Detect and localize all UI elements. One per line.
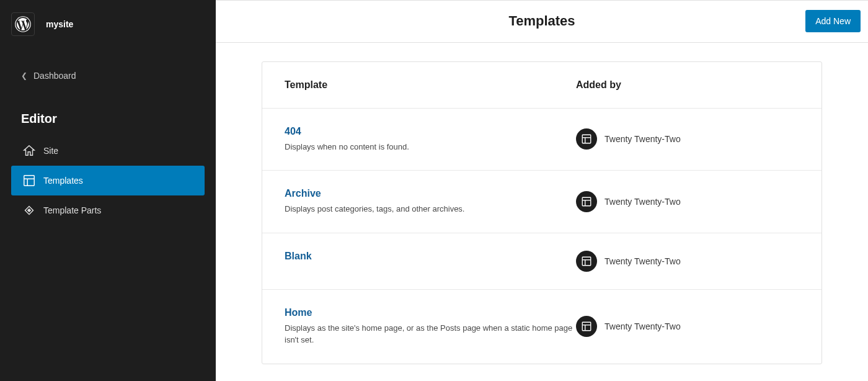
- chevron-left-icon: ❮: [21, 71, 27, 80]
- table-row: Home Displays as the site's home page, o…: [262, 290, 822, 364]
- sidebar-item-label: Templates: [43, 176, 83, 186]
- col-header-template: Template: [285, 79, 576, 91]
- wordpress-logo-icon[interactable]: [11, 12, 35, 36]
- template-description: Displays as the site's home page, or as …: [285, 322, 576, 346]
- table-row: Archive Displays post categories, tags, …: [262, 171, 822, 233]
- theme-name: Twenty Twenty-Two: [604, 197, 681, 207]
- layout-icon: [576, 191, 597, 212]
- svg-rect-16: [582, 322, 591, 331]
- layout-icon: [576, 316, 597, 337]
- sidebar-section-title: Editor: [0, 89, 216, 136]
- layout-icon: [22, 174, 36, 187]
- dashboard-back-link[interactable]: ❮ Dashboard: [0, 62, 216, 89]
- theme-name: Twenty Twenty-Two: [604, 321, 681, 331]
- template-description: Displays post categories, tags, and othe…: [285, 203, 576, 215]
- home-icon: [22, 144, 36, 158]
- svg-rect-13: [582, 257, 591, 266]
- theme-name: Twenty Twenty-Two: [604, 134, 681, 144]
- table-row: Blank Twenty Twenty-Two: [262, 233, 822, 290]
- table-header: Template Added by: [262, 62, 822, 109]
- sidebar-nav: Site Templates Template Parts: [0, 136, 216, 225]
- layout-icon: [576, 251, 597, 272]
- back-label: Dashboard: [33, 71, 76, 81]
- add-new-button[interactable]: Add New: [805, 10, 861, 32]
- main-content: Templates Add New Template Added by 404 …: [216, 0, 868, 381]
- sidebar-item-template-parts[interactable]: Template Parts: [11, 195, 205, 225]
- sidebar-item-site[interactable]: Site: [11, 136, 205, 166]
- theme-name: Twenty Twenty-Two: [604, 256, 681, 266]
- template-name-link[interactable]: Home: [285, 307, 576, 318]
- svg-rect-6: [27, 208, 31, 212]
- table-row: 404 Displays when no content is found. T…: [262, 109, 822, 171]
- template-description: Displays when no content is found.: [285, 141, 576, 153]
- site-title: mysite: [46, 19, 73, 29]
- svg-rect-10: [582, 197, 591, 206]
- sidebar-item-label: Site: [43, 146, 58, 156]
- sidebar-item-templates[interactable]: Templates: [11, 166, 205, 195]
- sidebar-item-label: Template Parts: [43, 205, 101, 215]
- template-name-link[interactable]: Blank: [285, 251, 576, 262]
- site-header: mysite: [0, 6, 216, 47]
- svg-rect-7: [582, 135, 591, 144]
- template-name-link[interactable]: Archive: [285, 188, 576, 199]
- svg-rect-2: [24, 176, 35, 186]
- layout-icon: [576, 128, 597, 150]
- main-header: Templates Add New: [216, 1, 868, 43]
- content-area: Template Added by 404 Displays when no c…: [216, 43, 868, 381]
- templates-table: Template Added by 404 Displays when no c…: [262, 61, 822, 364]
- page-title: Templates: [508, 13, 575, 29]
- sidebar: mysite ❮ Dashboard Editor Site Templates…: [0, 0, 216, 381]
- diamond-icon: [22, 204, 36, 217]
- template-name-link[interactable]: 404: [285, 126, 576, 137]
- col-header-added-by: Added by: [576, 79, 799, 91]
